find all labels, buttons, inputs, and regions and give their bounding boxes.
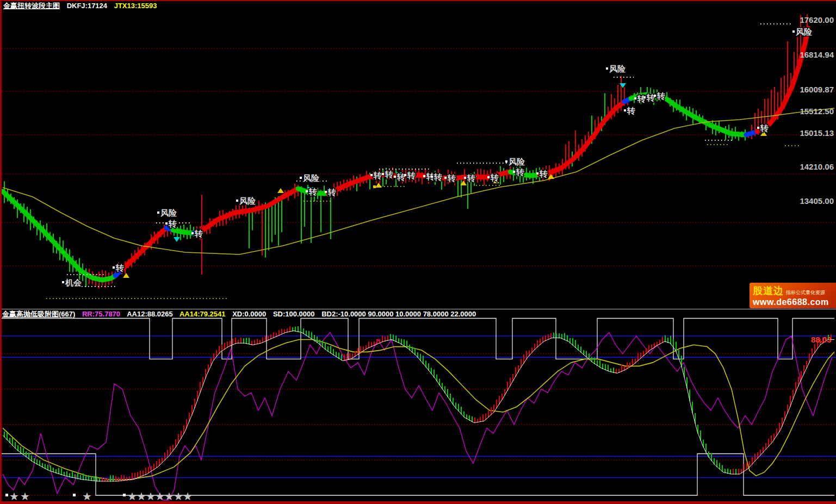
sub-indicator-name[interactable]: 金赢高抛低吸附图(667)	[2, 310, 75, 318]
svg-text:15512.50: 15512.50	[800, 107, 834, 116]
watermark-tagline: 指标公式量化资源	[786, 289, 825, 296]
svg-text:转: 转	[627, 106, 635, 115]
svg-text:13405.00: 13405.00	[800, 196, 834, 206]
main-indicator-value-dkfj: DKFJ:17124	[67, 2, 107, 10]
sub-param-xd: XD:0.0000	[232, 310, 266, 318]
svg-text:风险: 风险	[160, 208, 177, 217]
window-border-left	[0, 0, 2, 504]
svg-text:转: 转	[646, 93, 655, 102]
svg-text:风险: 风险	[239, 196, 256, 206]
svg-text:机会: 机会	[65, 278, 82, 287]
sub-chart-last-value: 88.03	[811, 335, 832, 344]
svg-text:转: 转	[516, 167, 524, 177]
sub-param-rr: RR:75.7870	[82, 310, 120, 318]
svg-text:转: 转	[426, 172, 435, 181]
main-chart-title-bar: 金赢扭转波段主图 DKFJ:17124 JTX13:15593	[3, 1, 162, 10]
svg-text:转: 转	[327, 188, 336, 197]
svg-text:转: 转	[434, 172, 442, 182]
svg-text:风险: 风险	[795, 27, 813, 36]
svg-text:转: 转	[308, 187, 317, 196]
sub-param-aa12: AA12:88.0265	[127, 310, 173, 318]
main-indicator-name[interactable]: 金赢扭转波段主图	[3, 2, 60, 10]
svg-text:转: 转	[115, 263, 124, 272]
watermark-banner: 股道边 指标公式量化资源 www.de6688.com	[750, 283, 836, 308]
svg-text:转: 转	[385, 170, 393, 179]
chart-canvas[interactable]: 转转转转转转转转转转转转转转转转转转转转转风险风险风险风险风险风险机会17620…	[0, 0, 836, 504]
svg-text:14210.06: 14210.06	[800, 162, 834, 171]
panel-separator	[0, 309, 836, 309]
sub-param-aa14: AA14:79.2541	[179, 310, 226, 318]
sub-param-bd2: BD2:-10.0000 90.0000 10.0000 78.0000 22.…	[321, 310, 476, 318]
svg-text:转: 转	[194, 229, 203, 238]
svg-text:转: 转	[168, 219, 177, 228]
svg-text:转: 转	[407, 171, 416, 180]
svg-text:转: 转	[467, 173, 475, 183]
svg-text:15015.13: 15015.13	[800, 128, 834, 138]
svg-text:16009.87: 16009.87	[800, 85, 834, 94]
svg-text:风险: 风险	[302, 173, 320, 183]
svg-text:转: 转	[490, 173, 499, 182]
svg-text:16814.94: 16814.94	[800, 50, 834, 59]
trading-app-window: 转转转转转转转转转转转转转转转转转转转转转风险风险风险风险风险风险机会17620…	[0, 0, 836, 504]
svg-text:风险: 风险	[609, 64, 626, 73]
svg-text:风险: 风险	[508, 157, 525, 166]
sub-chart-title-bar: 金赢高抛低吸附图(667) RR:75.7870 AA12:88.0265 AA…	[2, 310, 481, 319]
svg-text:转: 转	[447, 173, 456, 183]
sub-param-sd: SD:100.0000	[273, 310, 315, 318]
watermark-url: www.de6688.com	[753, 297, 836, 307]
main-indicator-value-jtx: JTX13:15593	[114, 2, 157, 10]
svg-text:转: 转	[539, 169, 548, 178]
window-border-bottom	[0, 501, 836, 504]
watermark-brand: 股道边	[753, 284, 784, 297]
svg-text:转: 转	[373, 171, 382, 180]
svg-text:转: 转	[397, 172, 405, 182]
svg-text:转: 转	[760, 123, 769, 133]
svg-text:转: 转	[657, 91, 665, 101]
svg-text:17620.00: 17620.00	[800, 15, 834, 24]
svg-text:转: 转	[637, 94, 646, 103]
